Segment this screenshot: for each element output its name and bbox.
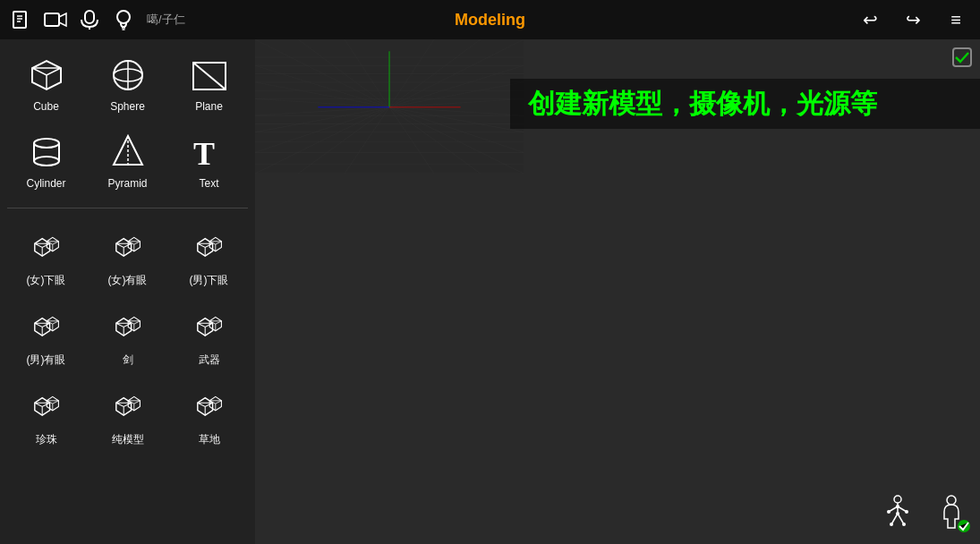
cylinder-label: Cylinder xyxy=(26,177,65,190)
custom-item-0[interactable]: (女)下眼 xyxy=(7,219,85,295)
custom-label-3: (男)有眼 xyxy=(27,353,66,368)
custom-item-5[interactable]: 武器 xyxy=(170,299,248,375)
plane-shape-icon xyxy=(188,54,231,97)
sphere-shape-icon xyxy=(107,54,149,97)
plane-label: Plane xyxy=(195,100,223,113)
custom-label-8: 草地 xyxy=(199,432,220,447)
svg-marker-75 xyxy=(197,403,212,406)
svg-point-132 xyxy=(902,523,906,526)
sidebar: Cube Sphere Plane xyxy=(0,39,255,544)
undo-button[interactable]: ↩ xyxy=(853,4,887,35)
custom-label-4: 剑 xyxy=(123,353,133,368)
file-icon[interactable] xyxy=(7,7,36,32)
custom-item-1[interactable]: (女)有眼 xyxy=(89,219,166,295)
plane-item[interactable]: Plane xyxy=(170,47,248,120)
svg-marker-45 xyxy=(34,323,49,327)
svg-rect-4 xyxy=(45,13,59,26)
svg-marker-69 xyxy=(115,403,131,406)
bulb-icon[interactable] xyxy=(109,7,138,32)
custom-icon-5 xyxy=(188,306,231,349)
custom-icon-6 xyxy=(25,386,68,429)
sphere-item[interactable]: Sphere xyxy=(89,47,166,120)
svg-point-130 xyxy=(905,510,908,514)
svg-point-134 xyxy=(896,512,899,515)
custom-icon-2 xyxy=(188,226,231,269)
custom-icon-7 xyxy=(107,386,149,429)
sidebar-divider-1 xyxy=(7,208,248,208)
custom-label-6: 珍珠 xyxy=(36,432,57,447)
custom-item-7[interactable]: 纯模型 xyxy=(89,378,166,455)
custom-item-8[interactable]: 草地 xyxy=(170,378,248,455)
microphone-icon[interactable] xyxy=(75,7,104,32)
svg-marker-51 xyxy=(115,323,131,327)
topbar-title: Modeling xyxy=(455,11,525,30)
svg-marker-12 xyxy=(32,68,61,75)
svg-point-8 xyxy=(117,11,130,23)
svg-marker-63 xyxy=(34,403,49,406)
svg-point-131 xyxy=(890,523,893,526)
svg-point-19 xyxy=(34,139,59,148)
topbar-right: ↩ ↪ ≡ xyxy=(853,4,973,35)
viewport-checkbox[interactable] xyxy=(951,47,973,72)
redo-button[interactable]: ↪ xyxy=(896,4,930,35)
svg-marker-57 xyxy=(197,323,212,327)
custom-items-grid: (女)下眼 (女)有眼 xyxy=(0,212,255,462)
custom-item-3[interactable]: (男)有眼 xyxy=(7,299,85,375)
custom-icon-1 xyxy=(107,226,149,269)
skeleton-button[interactable] xyxy=(878,492,917,535)
custom-icon-0 xyxy=(25,226,68,269)
viewport[interactable]: 创建新模型，摄像机，光源等 xyxy=(255,39,980,544)
cube-shape-icon xyxy=(25,54,68,97)
svg-marker-27 xyxy=(34,243,49,247)
svg-point-129 xyxy=(887,510,891,514)
svg-line-18 xyxy=(193,63,226,89)
text-shape-icon: T xyxy=(188,131,231,174)
topbar-left: 噶/子仁 xyxy=(0,7,192,32)
custom-item-4[interactable]: 剑 xyxy=(89,299,166,375)
figure-check-badge xyxy=(957,519,971,533)
custom-label-5: 武器 xyxy=(199,353,220,368)
cylinder-item[interactable]: Cylinder xyxy=(7,123,85,197)
custom-icon-8 xyxy=(188,386,231,429)
figure-button[interactable] xyxy=(932,492,971,535)
subtitle-banner: 创建新模型，摄像机，光源等 xyxy=(510,79,980,129)
skeleton-icon xyxy=(878,492,917,531)
svg-marker-33 xyxy=(115,243,131,247)
grid-svg xyxy=(255,39,524,174)
text-item[interactable]: T Text xyxy=(170,123,248,197)
pyramid-shape-icon xyxy=(107,131,149,174)
cube-label: Cube xyxy=(33,100,59,113)
pyramid-item[interactable]: Pyramid xyxy=(89,123,166,197)
svg-marker-5 xyxy=(59,13,66,26)
sphere-label: Sphere xyxy=(110,100,145,113)
custom-icon-3 xyxy=(25,306,68,349)
text-label: Text xyxy=(199,177,218,190)
svg-point-135 xyxy=(947,496,956,505)
svg-point-133 xyxy=(896,505,899,508)
cylinder-shape-icon xyxy=(25,131,68,174)
custom-label-7: 纯模型 xyxy=(112,432,144,447)
svg-rect-6 xyxy=(85,11,94,23)
custom-label-0: (女)下眼 xyxy=(27,273,66,288)
basic-shapes-grid: Cube Sphere Plane xyxy=(0,39,255,204)
svg-text:T: T xyxy=(193,136,215,172)
viewport-bottom-right xyxy=(878,492,971,535)
cube-item[interactable]: Cube xyxy=(7,47,85,120)
custom-item-2[interactable]: (男)下眼 xyxy=(170,219,248,295)
custom-icon-4 xyxy=(107,306,149,349)
pyramid-label: Pyramid xyxy=(107,177,147,190)
custom-label-1: (女)有眼 xyxy=(108,273,148,288)
custom-item-6[interactable]: 珍珠 xyxy=(7,378,85,455)
svg-point-123 xyxy=(894,496,901,503)
svg-marker-39 xyxy=(197,243,212,247)
custom-label-2: (男)下眼 xyxy=(190,273,229,288)
svg-line-128 xyxy=(898,514,904,524)
camera-icon[interactable] xyxy=(41,7,70,32)
svg-point-20 xyxy=(34,157,59,166)
top-bar: 噶/子仁 Modeling ↩ ↪ ≡ xyxy=(0,0,980,39)
svg-rect-0 xyxy=(13,12,26,28)
menu-button[interactable]: ≡ xyxy=(939,4,973,35)
subtitle-text: 创建新模型，摄像机，光源等 xyxy=(528,86,877,123)
topbar-brand-text: 噶/子仁 xyxy=(147,12,185,28)
svg-line-127 xyxy=(891,514,898,524)
